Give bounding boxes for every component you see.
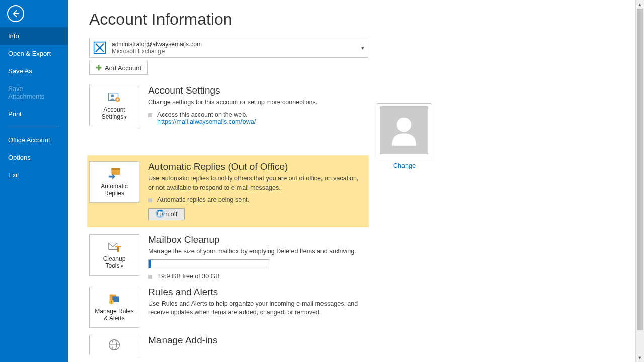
manage-rules-icon: ! — [107, 292, 122, 306]
cleanup-title: Mailbox Cleanup — [148, 234, 368, 245]
tile-label: Automatic Replies — [101, 183, 127, 197]
avatar-image — [380, 106, 428, 154]
nav-save-attachments: Save Attachments — [0, 80, 68, 105]
scroll-thumb[interactable] — [637, 9, 643, 330]
autoreply-title: Automatic Replies (Out of Office) — [148, 161, 364, 172]
nav-options[interactable]: Options — [0, 149, 68, 166]
nav-info[interactable]: Info — [0, 27, 68, 45]
account-type: Microsoft Exchange — [112, 48, 358, 55]
globe-icon — [107, 338, 122, 352]
account-selector[interactable]: administrator@alwaysemails.com Microsoft… — [89, 38, 368, 58]
vertical-scrollbar[interactable]: ▲ ▼ — [635, 0, 644, 362]
account-settings-icon — [107, 90, 122, 105]
bullet-icon — [148, 198, 152, 202]
main-content: Account Information administrator@always… — [68, 0, 644, 362]
avatar-frame — [377, 103, 431, 157]
cleanup-tools-icon — [107, 240, 122, 254]
svg-text:!: ! — [111, 300, 112, 304]
account-dropdown-arrow[interactable]: ▼ — [358, 38, 368, 57]
svg-rect-9 — [115, 246, 121, 247]
scroll-up-arrow[interactable]: ▲ — [636, 0, 644, 9]
manage-rules-tile[interactable]: ! Manage Rules & Alerts — [89, 287, 139, 328]
svg-rect-7 — [111, 168, 120, 170]
tile-label: Cleanup Tools▾ — [103, 256, 126, 270]
tile-label: Manage Rules & Alerts — [95, 308, 133, 322]
backstage-sidebar: Info Open & Export Save As Save Attachme… — [0, 0, 68, 362]
nav-office-account[interactable]: Office Account — [0, 131, 68, 149]
rules-title: Rules and Alerts — [148, 287, 368, 298]
manage-addins-tile[interactable] — [89, 335, 139, 355]
change-photo-link[interactable]: Change — [377, 162, 432, 169]
exchange-icon — [90, 38, 110, 57]
web-access-text: Access this account on the web. — [157, 111, 256, 118]
account-settings-desc: Change settings for this account or set … — [148, 98, 368, 107]
plus-icon: ✚ — [96, 64, 102, 72]
page-title: Account Information — [89, 10, 624, 29]
storage-fill — [149, 260, 151, 268]
cleanup-tools-tile[interactable]: Cleanup Tools▾ — [89, 234, 139, 276]
svg-rect-10 — [117, 247, 119, 252]
svg-point-4 — [117, 99, 119, 101]
nav-open-export[interactable]: Open & Export — [0, 45, 68, 62]
back-button[interactable] — [7, 5, 24, 22]
scroll-down-arrow[interactable]: ▼ — [636, 353, 644, 362]
loading-spinner-icon — [156, 210, 164, 218]
storage-bar — [148, 259, 269, 268]
back-arrow-icon — [11, 9, 20, 18]
rules-desc: Use Rules and Alerts to help organize yo… — [148, 300, 368, 317]
nav-print[interactable]: Print — [0, 105, 68, 123]
automatic-replies-tile[interactable]: Automatic Replies — [89, 161, 139, 203]
add-account-label: Add Account — [105, 64, 141, 72]
autoreply-desc: Use automatic replies to notify others t… — [148, 174, 364, 192]
storage-text: 29.9 GB free of 30 GB — [157, 273, 220, 280]
turn-off-button[interactable]: Turn off — [148, 208, 185, 220]
account-settings-tile[interactable]: Account Settings▾ — [89, 85, 139, 126]
cleanup-desc: Manage the size of your mailbox by empty… — [148, 247, 368, 256]
svg-point-5 — [397, 118, 411, 132]
account-email: administrator@alwaysemails.com — [112, 41, 358, 48]
bullet-icon — [148, 113, 152, 117]
tile-label: Account Settings▾ — [102, 107, 127, 121]
addins-title: Manage Add-ins — [148, 335, 368, 346]
account-settings-title: Account Settings — [148, 85, 368, 96]
bullet-icon — [148, 275, 152, 279]
nav-exit[interactable]: Exit — [0, 166, 68, 184]
add-account-button[interactable]: ✚ Add Account — [89, 61, 148, 75]
nav-separator — [8, 127, 60, 127]
automatic-replies-icon — [107, 167, 122, 181]
autoreply-status: Automatic replies are being sent. — [157, 196, 249, 203]
owa-link[interactable]: https://mail.alwaysemails.com/owa/ — [157, 118, 256, 125]
nav-save-as[interactable]: Save As — [0, 62, 68, 80]
svg-point-2 — [111, 95, 114, 98]
